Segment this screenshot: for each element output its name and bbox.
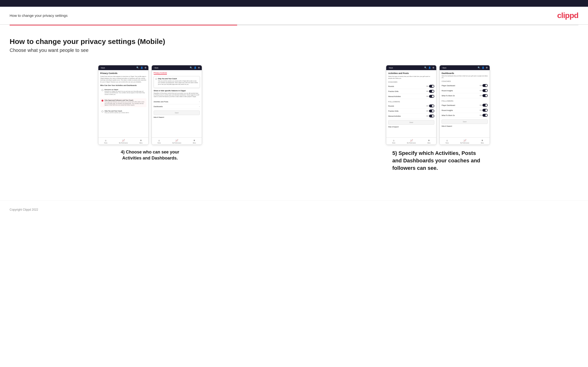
dash-followers-player-switch[interactable] <box>482 104 488 107</box>
dash-coaches-insights-switch[interactable] <box>482 89 488 92</box>
tab-menu[interactable]: ≡ Menu <box>139 139 143 144</box>
dash-coaches-player-toggle[interactable]: ON <box>480 84 488 87</box>
coaches-drills-label: Practice Drills <box>388 91 398 92</box>
followers-drills-switch[interactable] <box>429 109 434 112</box>
screen3-subtitle: Select the types of activity that you'd … <box>388 76 434 79</box>
option-followers-desc: Only approved followers and coaches you … <box>105 101 145 106</box>
dash-coaches-player-switch[interactable] <box>482 84 488 87</box>
option-coach-only-label: Only You and Your Coach <box>105 110 129 112</box>
dash-followers-player-toggle[interactable]: ON <box>480 104 488 107</box>
tab-home[interactable]: ⌂ Home <box>104 139 107 144</box>
dash-coaches-workon-toggle[interactable]: ON <box>480 94 488 97</box>
chevron-dashboards: › <box>199 105 200 108</box>
page-title: How to change your privacy settings (Mob… <box>10 37 578 46</box>
show-hide-text: Regardless of the privacy controls that … <box>154 92 200 98</box>
topbar-icons-2: 🔍 👤 ⚙ <box>190 67 200 69</box>
dash-followers-workon-switch[interactable] <box>482 114 488 117</box>
followers-rounds-switch[interactable] <box>429 104 434 107</box>
profile-icon-3[interactable]: 👤 <box>428 67 431 69</box>
tab-menu-3[interactable]: ≡ Menu <box>427 139 431 144</box>
more-icon[interactable]: ⚙ <box>145 67 147 69</box>
search-icon-2[interactable]: 🔍 <box>190 67 192 69</box>
search-icon[interactable]: 🔍 <box>136 67 139 69</box>
coaches-manual-on-text: ON <box>426 96 428 97</box>
radio-everyone[interactable] <box>102 89 104 91</box>
tab-performance-2[interactable]: 📈 My Performance <box>173 139 181 144</box>
coaches-drills-on-text: ON <box>426 91 428 92</box>
followers-manual-toggle[interactable]: ON <box>426 115 434 117</box>
followers-manual-on-text: ON <box>426 115 428 117</box>
option-followers[interactable]: Only Approved Followers and Your Coach O… <box>100 98 147 107</box>
home-icon-4: ⌂ <box>446 139 448 142</box>
tab-performance-4[interactable]: 📈 My Performance <box>460 139 469 144</box>
search-icon-3[interactable]: 🔍 <box>424 67 427 69</box>
tab-menu-2[interactable]: ≡ Menu <box>193 139 196 144</box>
dash-followers-insights-on: ON <box>480 109 482 111</box>
followers-drills-toggle[interactable]: ON <box>426 109 434 112</box>
back-button-2[interactable]: ‹ Back <box>154 67 158 69</box>
more-icon-3[interactable]: ⚙ <box>432 67 434 69</box>
tab-menu-4[interactable]: ≡ Menu <box>481 139 484 144</box>
tab-home-2[interactable]: ⌂ Home <box>157 139 161 144</box>
more-icon-2[interactable]: ⚙ <box>198 67 200 69</box>
topbar-icons-4: 🔍 👤 ⚙ <box>478 67 488 69</box>
coaches-rounds-switch[interactable] <box>429 85 434 88</box>
search-icon-4[interactable]: 🔍 <box>478 67 480 69</box>
profile-icon[interactable]: 👤 <box>140 67 143 69</box>
coaches-rounds-toggle[interactable]: ON <box>426 85 434 88</box>
back-button-4[interactable]: ‹ Back <box>441 67 446 69</box>
menu-item-dashboards[interactable]: Dashboards › <box>154 104 200 109</box>
logo: clippd <box>557 11 578 20</box>
followers-drills-row: Practice Drills ON <box>388 108 434 114</box>
save-button-4[interactable]: Save <box>441 119 488 124</box>
followers-manual-switch[interactable] <box>429 115 434 117</box>
chevron-activities: › <box>199 101 200 103</box>
coaches-rounds-row: Rounds ON <box>388 84 434 89</box>
option-everyone[interactable]: Everyone on Clippd Everyone on Clippd ca… <box>100 88 147 97</box>
profile-icon-2[interactable]: 👤 <box>194 67 197 69</box>
save-button-2[interactable]: Save <box>154 110 200 115</box>
screen1-content: Privacy Controls Control how and your da… <box>98 70 148 137</box>
screen4-subtitle: Select the dashboards that you'd like to… <box>441 75 488 79</box>
option-coach-only[interactable]: Only You and Your Coach Only you and the… <box>100 109 147 115</box>
topbar-icons-3: 🔍 👤 ⚙ <box>424 67 434 69</box>
followers-rounds-on-text: ON <box>426 105 428 107</box>
tab-performance-label-4: My Performance <box>460 142 469 144</box>
coaches-manual-toggle[interactable]: ON <box>426 95 434 98</box>
coaches-manual-switch[interactable] <box>429 95 434 98</box>
save-button-3[interactable]: Save <box>388 120 434 125</box>
tab-home-4[interactable]: ⌂ Home <box>445 139 449 144</box>
tab-performance-3[interactable]: 📈 My Performance <box>407 139 416 144</box>
screen1-tabbar: ⌂ Home 📈 My Performance ≡ Menu <box>98 137 148 145</box>
main-content: How to change your privacy settings (Mob… <box>0 25 588 196</box>
screen1-mockup: ‹ Back 🔍 👤 ⚙ Privacy Controls Control ho… <box>98 65 149 145</box>
coaches-manual-label: Manual Activities <box>388 96 401 97</box>
coaches-drills-switch[interactable] <box>429 90 434 93</box>
dash-followers-insights-switch[interactable] <box>482 109 488 112</box>
screen2-content: Privacy Controls Only You and Your Coach… <box>152 70 202 137</box>
radio-followers[interactable] <box>102 100 104 102</box>
more-icon-4[interactable]: ⚙ <box>486 67 488 69</box>
followers-rounds-toggle[interactable]: ON <box>426 104 434 107</box>
performance-icon-3: 📈 <box>410 139 413 142</box>
back-button[interactable]: ‹ Back <box>100 67 105 69</box>
topbar-icons: 🔍 👤 ⚙ <box>136 67 147 69</box>
profile-icon-4[interactable]: 👤 <box>482 67 484 69</box>
dash-followers-header: FOLLOWERS <box>441 100 488 102</box>
radio-coach-only[interactable] <box>102 110 104 112</box>
dash-coaches-workon-switch[interactable] <box>482 94 488 97</box>
dash-followers-insights-toggle[interactable]: ON <box>480 109 488 112</box>
screen2-tab[interactable]: Privacy Controls <box>154 72 167 75</box>
dash-coaches-insights-toggle[interactable]: ON <box>480 89 488 92</box>
tab-my-performance[interactable]: 📈 My Performance <box>119 139 128 144</box>
coaches-drills-row: Practice Drills ON <box>388 89 434 94</box>
menu-item-activities[interactable]: Activities and Posts › <box>154 100 200 104</box>
coaches-drills-toggle[interactable]: ON <box>426 90 434 93</box>
back-button-3[interactable]: ‹ Back <box>388 67 393 69</box>
tab-home-3[interactable]: ⌂ Home <box>392 139 395 144</box>
coaches-rounds-on-text: ON <box>426 85 428 87</box>
followers-manual-label: Manual Activities <box>388 115 401 117</box>
home-icon: ⌂ <box>105 139 106 142</box>
screen1-title: Privacy Controls <box>100 72 147 75</box>
dash-followers-workon-toggle[interactable]: ON <box>480 114 488 117</box>
